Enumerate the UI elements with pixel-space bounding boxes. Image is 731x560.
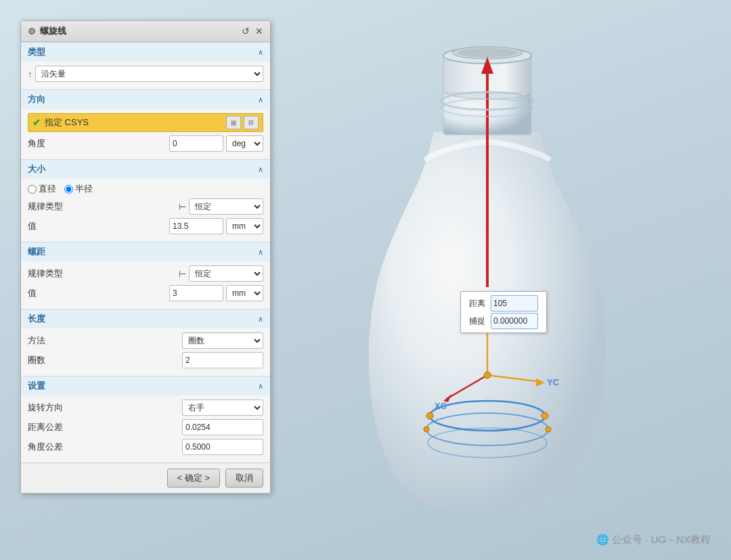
direction-content: ✔ 指定 CSYS ⊞ ⊟ 角度 deg	[21, 109, 270, 159]
csys-axis-icon: ⊟	[248, 119, 254, 126]
angle-label: 角度	[28, 137, 68, 150]
pitch-value-label: 值	[28, 287, 68, 299]
size-content: 直径 半径 规律类型 ⊢ 恒定 线性 三次 值 m	[21, 179, 270, 242]
csys-label: 指定 CSYS	[45, 116, 222, 129]
pitch-law-select[interactable]: 恒定 线性	[189, 265, 263, 282]
csys-row: ✔ 指定 CSYS ⊞ ⊟	[28, 113, 263, 132]
svg-point-18	[484, 372, 491, 379]
csys-icon1-button[interactable]: ⊞	[226, 116, 241, 129]
section-size-label: 大小	[28, 163, 45, 175]
diameter-text: 直径	[39, 183, 56, 195]
angle-unit-select[interactable]: deg	[226, 135, 263, 152]
length-arrow-icon: ∧	[258, 315, 263, 324]
pitch-unit-select[interactable]: mm in	[226, 285, 263, 301]
size-law-select[interactable]: 恒定 线性 三次	[189, 198, 263, 215]
size-arrow-icon: ∧	[258, 165, 263, 174]
method-select-group: 圈数 长度	[182, 332, 263, 349]
type-row: ↑ 沿矢量 沿轴 沿脊线	[28, 66, 263, 82]
direction-arrow-icon: ∧	[258, 95, 263, 104]
pitch-value-input[interactable]	[169, 285, 223, 301]
csys-grid-icon: ⊞	[231, 119, 236, 127]
csys-icon-group: ⊞ ⊟	[226, 116, 259, 129]
section-size-header[interactable]: 大小 ∧	[21, 159, 270, 179]
refresh-button[interactable]: ↺	[242, 26, 250, 37]
helix-dialog: ⚙ 螺旋线 ↺ ✕ 类型 ∧ ↑ 沿矢量 沿轴 沿脊线 方向 ∧ ✔ 指定 CS…	[20, 20, 271, 494]
dist-tol-input[interactable]	[182, 419, 263, 435]
dialog-footer: < 确定 > 取消	[21, 462, 270, 493]
dist-tol-row: 距离公差	[28, 419, 263, 435]
pitch-law-label: 规律类型	[28, 267, 75, 280]
pitch-law-prefix-icon: ⊢	[179, 269, 186, 279]
turns-input-group	[182, 352, 263, 368]
watermark-text: 公众号 · UG－NX教程	[612, 534, 711, 545]
method-row: 方法 圈数 长度	[28, 332, 263, 349]
section-settings-label: 设置	[28, 380, 45, 392]
dist-tol-input-group	[182, 419, 263, 435]
section-pitch-label: 螺距	[28, 246, 45, 258]
settings-content: 旋转方向 右手 左手 距离公差 角度公差	[21, 395, 270, 462]
close-button[interactable]: ✕	[255, 26, 263, 37]
watermark: 🌐 公众号 · UG－NX教程	[596, 534, 711, 546]
section-pitch-header[interactable]: 螺距 ∧	[21, 242, 270, 261]
svg-point-23	[541, 412, 548, 419]
section-direction-label: 方向	[28, 93, 45, 106]
svg-point-6	[458, 48, 517, 58]
turns-input[interactable]	[182, 352, 263, 368]
section-length-header[interactable]: 长度 ∧	[21, 309, 270, 328]
gear-icon: ⚙	[28, 26, 36, 37]
pitch-content: 规律类型 ⊢ 恒定 线性 值 mm in	[21, 261, 270, 309]
rotation-label: 旋转方向	[28, 402, 75, 414]
pitch-value-group: mm in	[169, 285, 263, 301]
svg-text:YC: YC	[547, 377, 560, 387]
diameter-radio-label[interactable]: 直径	[28, 183, 56, 195]
distance-label: 距离	[466, 295, 488, 312]
snap-input[interactable]	[491, 313, 538, 329]
angle-tol-row: 角度公差	[28, 439, 263, 455]
svg-point-22	[426, 412, 433, 419]
dialog-title: ⚙ 螺旋线	[28, 25, 66, 37]
method-select[interactable]: 圈数 长度	[182, 332, 263, 349]
section-type-header[interactable]: 类型 ∧	[21, 42, 270, 62]
svg-point-24	[546, 427, 551, 432]
svg-point-25	[424, 427, 429, 432]
angle-input[interactable]	[169, 135, 223, 152]
dialog-controls: ↺ ✕	[242, 26, 263, 37]
size-value-input[interactable]	[169, 218, 223, 234]
size-value-group: mm in	[169, 218, 263, 234]
section-settings-header[interactable]: 设置 ∧	[21, 376, 270, 395]
rotation-select[interactable]: 右手 左手	[182, 400, 263, 416]
size-law-prefix-icon: ⊢	[179, 202, 186, 212]
csys-check-icon: ✔	[32, 117, 41, 128]
radius-radio-label[interactable]: 半径	[64, 183, 93, 195]
ok-button[interactable]: < 确定 >	[167, 469, 220, 488]
size-value-label: 值	[28, 220, 68, 232]
method-label: 方法	[28, 335, 68, 347]
type-prefix-icon: ↑	[28, 69, 32, 79]
radius-radio[interactable]	[64, 185, 73, 194]
csys-icon2-button[interactable]: ⊟	[244, 116, 259, 129]
turns-label: 圈数	[28, 354, 68, 366]
angle-input-group: deg	[169, 135, 263, 152]
cancel-button[interactable]: 取消	[225, 469, 263, 488]
radius-diameter-group: 直径 半径	[28, 183, 263, 195]
watermark-icon: 🌐	[596, 534, 612, 545]
dialog-titlebar: ⚙ 螺旋线 ↺ ✕	[21, 21, 270, 42]
type-arrow-icon: ∧	[258, 48, 263, 57]
section-direction-header[interactable]: 方向 ∧	[21, 89, 270, 109]
size-value-row: 值 mm in	[28, 218, 263, 234]
bottle-area: ZC YC XC	[257, 14, 717, 546]
distance-input[interactable]	[491, 295, 538, 311]
size-law-select-group: ⊢ 恒定 线性 三次	[179, 198, 263, 215]
diameter-radio[interactable]	[28, 185, 37, 194]
size-unit-select[interactable]: mm in	[226, 218, 263, 234]
section-type-label: 类型	[28, 46, 45, 58]
snap-label: 捕捉	[466, 312, 488, 330]
bottle-svg: ZC YC XC	[332, 23, 643, 538]
type-content: ↑ 沿矢量 沿轴 沿脊线	[21, 62, 270, 89]
section-length-label: 长度	[28, 313, 45, 325]
type-select[interactable]: 沿矢量 沿轴 沿脊线	[35, 66, 264, 82]
size-law-type-row: 规律类型 ⊢ 恒定 线性 三次	[28, 198, 263, 215]
angle-tol-input[interactable]	[182, 439, 263, 455]
tooltip-table: 距离 捕捉	[466, 295, 541, 330]
turns-row: 圈数	[28, 352, 263, 368]
